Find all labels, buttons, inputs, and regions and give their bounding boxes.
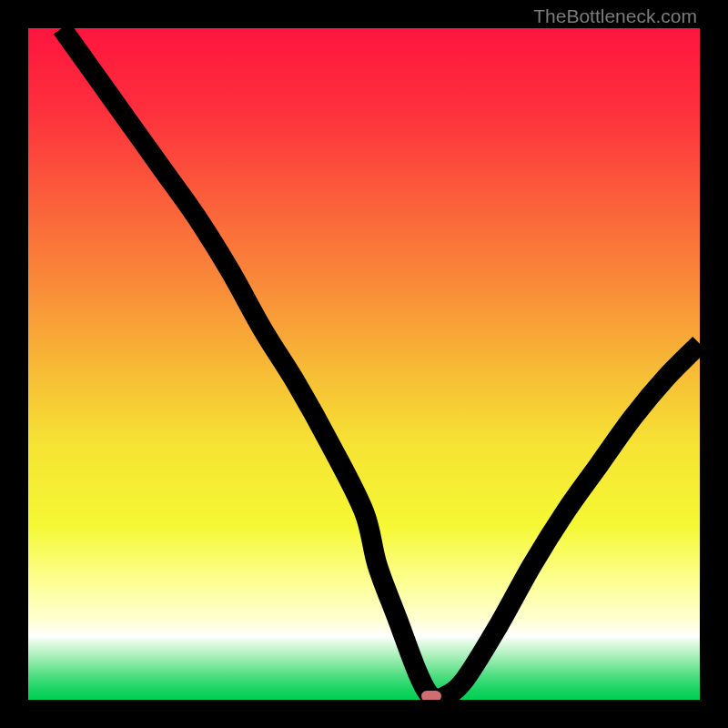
optimal-marker [421, 691, 441, 700]
chart-container: TheBottleneck.com [0, 0, 728, 728]
svg-rect-0 [28, 28, 700, 700]
gradient-background [28, 28, 700, 700]
watermark-text: TheBottleneck.com [533, 5, 697, 27]
plot-area [28, 28, 700, 700]
